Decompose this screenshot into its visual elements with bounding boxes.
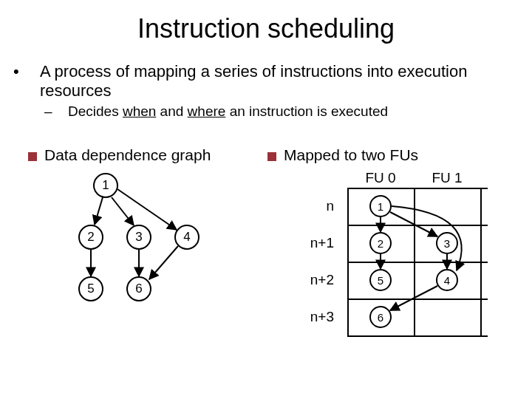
svg-line-7 (390, 212, 437, 236)
fu-table: FU 0 FU 1 n n+1 n+2 n+3 (266, 170, 502, 335)
graph-node-6: 6 (126, 276, 151, 301)
svg-line-1 (112, 197, 134, 225)
bullet1-text: A process of mapping a series of instruc… (40, 62, 467, 100)
bullet-dash-icon: – (56, 103, 68, 120)
svg-line-10 (390, 286, 437, 310)
graph-node-3: 3 (126, 225, 151, 250)
square-bullet-icon (28, 152, 37, 161)
bullet-dot-icon: • (27, 62, 40, 81)
square-bullet-icon (267, 152, 276, 161)
table-header: FU 0 FU 1 (266, 170, 502, 186)
table-node-3: 3 (436, 232, 458, 254)
graph-node-2: 2 (78, 225, 103, 250)
table-node-6: 6 (369, 306, 392, 328)
left-heading-text: Data dependence graph (44, 146, 211, 163)
table-grid: n n+1 n+2 n+3 (266, 188, 488, 335)
header-spacer (266, 170, 347, 186)
bullet2-pre: Decides (68, 103, 123, 119)
graph-node-1: 1 (93, 173, 118, 198)
bullet-level1: •A process of mapping a series of instru… (27, 62, 505, 100)
dependence-graph: 1 2 3 4 5 6 (78, 173, 256, 328)
bullet2-when: when (123, 103, 156, 119)
right-heading: Mapped to two FUs (267, 146, 505, 164)
slide-title: Instruction scheduling (0, 0, 532, 44)
svg-line-2 (117, 189, 177, 230)
col-header-fu0: FU 0 (347, 170, 414, 186)
table-node-4: 4 (436, 269, 458, 291)
graph-node-4: 4 (174, 225, 200, 250)
table-node-1: 1 (369, 195, 392, 217)
bottom-row: Data dependence graph (27, 133, 505, 335)
bullet-level2: –Decides when and where an instruction i… (56, 103, 505, 120)
bullet2-mid: and (156, 103, 187, 119)
table-node-2: 2 (369, 232, 392, 254)
col-header-fu1: FU 1 (414, 170, 480, 186)
right-column: Mapped to two FUs FU 0 FU 1 (266, 133, 505, 335)
table-node-5: 5 (369, 269, 392, 291)
svg-line-5 (149, 246, 178, 279)
bullet2-post: an instruction is executed (225, 103, 388, 119)
graph-node-5: 5 (78, 276, 103, 301)
content-area: •A process of mapping a series of instru… (0, 44, 532, 335)
right-heading-text: Mapped to two FUs (284, 146, 418, 163)
svg-line-0 (95, 197, 103, 225)
left-heading: Data dependence graph (28, 146, 266, 164)
left-column: Data dependence graph (27, 133, 266, 335)
bullet2-where: where (188, 103, 226, 119)
